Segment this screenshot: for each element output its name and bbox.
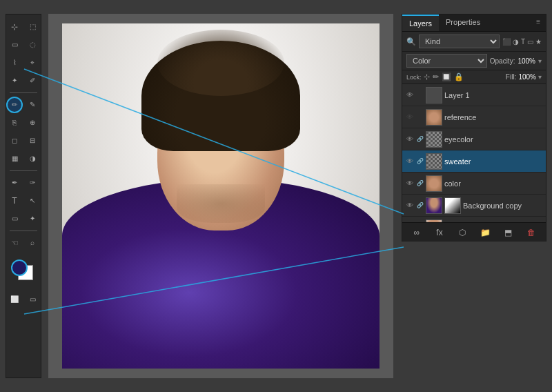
pixel-filter-icon[interactable]: ⬛ (502, 38, 511, 46)
panel-tabs: Layers Properties ≡ (402, 14, 546, 32)
brush-icon: ✏ (12, 101, 17, 108)
filter-icons: ⬛ ◑ T ▭ ★ (502, 38, 542, 46)
hair-highlight (157, 30, 284, 96)
lock-artboard-icon[interactable]: 🔲 (442, 72, 451, 81)
blend-mode-row: Color Opacity: 100% ▾ (402, 52, 546, 70)
quick-select-tool[interactable]: ✐ (24, 72, 41, 89)
tab-properties[interactable]: Properties (439, 14, 487, 31)
lock-icons: ⊹ ✏ 🔲 🔒 (424, 72, 464, 81)
move-tool[interactable]: ⊹ (6, 19, 23, 35)
hand-tool[interactable]: ☜ (6, 235, 23, 251)
marquee-ellipse-tool[interactable]: ◌ (24, 37, 41, 53)
lock-label: Lock: (406, 74, 422, 81)
pencil-tool[interactable]: ✎ (24, 97, 41, 113)
bucket-icon: ◑ (30, 155, 36, 162)
blend-mode-dropdown[interactable]: Color (406, 54, 487, 68)
zoom-tool[interactable]: ⌕ (24, 235, 41, 251)
lock-all-icon[interactable]: 🔒 (454, 72, 464, 81)
eraser-icon: ◻ (12, 137, 17, 144)
shape-tool[interactable]: ▭ (6, 210, 23, 227)
layer-thumbnail (426, 175, 442, 192)
type-filter-icon[interactable]: T (521, 38, 525, 46)
layer-visibility-eye[interactable]: 👁 (405, 179, 415, 188)
polygonal-lasso-tool[interactable]: ⌖ (24, 55, 41, 71)
quick-mask-icon: ⬜ (10, 296, 19, 303)
move-icon: ⊹ (11, 23, 18, 31)
bg-eraser-tool[interactable]: ⊟ (24, 133, 41, 149)
opacity-value[interactable]: 100% (518, 57, 535, 65)
color-boxes (8, 257, 39, 287)
type-tool[interactable]: T (6, 193, 23, 209)
wand-icon: ✦ (12, 77, 17, 84)
layer-thumbnail (426, 219, 442, 223)
layer-name: Background copy (463, 202, 543, 210)
new-group-button[interactable]: 📁 (479, 226, 493, 239)
lasso-tool[interactable]: ⌇ (6, 55, 23, 71)
add-mask-button[interactable]: ⬡ (455, 226, 469, 239)
pencil-icon: ✎ (30, 101, 35, 108)
layer-visibility-eye[interactable]: 👁 (405, 90, 415, 100)
layer-name: sweater (444, 157, 543, 166)
layer-row-selected[interactable]: 👁 🔗 sweater (402, 150, 546, 173)
layer-visibility-eye[interactable]: 👁 (405, 157, 415, 166)
shape-filter-icon[interactable]: ▭ (527, 38, 533, 46)
custom-shape-tool[interactable]: ✦ (24, 210, 41, 227)
layer-row[interactable]: 👁 Layer 1 (402, 84, 546, 106)
brush-tool[interactable]: ✏ (6, 97, 23, 113)
paint-bucket-tool[interactable]: ◑ (24, 150, 41, 167)
freeform-pen-icon: ✑ (30, 179, 35, 186)
healing-tool[interactable]: ⊕ (24, 115, 41, 131)
layer-row[interactable]: 👁 reference (402, 106, 546, 128)
marquee-rect-tool[interactable]: ▭ (6, 37, 23, 53)
divider-2 (10, 170, 37, 171)
adj-filter-icon[interactable]: ◑ (513, 38, 519, 46)
link-layers-button[interactable]: ∞ (410, 226, 424, 239)
gradient-tool[interactable]: ▦ (6, 150, 23, 167)
custom-shape-icon: ✦ (30, 215, 35, 222)
layer-link-icon (417, 112, 424, 122)
layer-name: Layer 1 (444, 91, 543, 99)
lock-position-icon[interactable]: ⊹ (424, 72, 430, 81)
artboard-tool[interactable]: ⬚ (24, 19, 41, 35)
quick-select-icon: ✐ (30, 77, 35, 84)
quick-mask-tool[interactable]: ⬜ (6, 291, 23, 308)
layer-row[interactable]: 👁 🔗 Background copy (402, 195, 546, 217)
lock-image-icon[interactable]: ✏ (433, 72, 439, 81)
beard-area (177, 184, 266, 223)
fill-value[interactable]: 100% (518, 73, 536, 81)
panel-bottom-bar: ∞ fx ⬡ 📁 ⬒ 🗑 (402, 222, 546, 242)
layer-fx-button[interactable]: fx (433, 226, 446, 239)
magic-wand-tool[interactable]: ✦ (6, 72, 23, 89)
layer-row[interactable]: 👁 🔗 color (402, 173, 546, 195)
clone-stamp-tool[interactable]: ⎘ (6, 115, 23, 131)
delete-layer-button[interactable]: 🗑 (524, 226, 538, 239)
tab-layers[interactable]: Layers (402, 14, 439, 31)
layer-thumbnail (426, 87, 442, 104)
opacity-label: Opacity: (490, 57, 515, 65)
layer-thumbnail (426, 153, 442, 170)
layer-thumbnail (426, 109, 442, 126)
canvas-image[interactable] (62, 23, 379, 369)
foreground-color-swatch[interactable] (11, 259, 28, 276)
layer-visibility-eye[interactable]: 👁 (405, 201, 415, 210)
lock-row: Lock: ⊹ ✏ 🔲 🔒 Fill: 100% ▾ (402, 70, 546, 84)
new-layer-button[interactable]: ⬒ (502, 226, 515, 239)
layer-row[interactable]: 👁 🔗 eyecolor (402, 128, 546, 150)
screen-mode-tool[interactable]: ▭ (24, 291, 41, 308)
smart-filter-icon[interactable]: ★ (535, 38, 542, 46)
panel-close-button[interactable]: ≡ (531, 14, 546, 31)
layer-visibility-eye[interactable]: 👁 (405, 112, 415, 122)
portrait-background (62, 23, 379, 369)
path-selection-tool[interactable]: ↖ (24, 193, 41, 209)
eraser-tool[interactable]: ◻ (6, 133, 23, 149)
layer-row[interactable]: 👁 Background 🔒 (402, 217, 546, 222)
artboard-icon: ⬚ (30, 23, 36, 30)
freeform-pen-tool[interactable]: ✑ (24, 175, 41, 191)
divider-3 (10, 231, 37, 231)
filter-dropdown[interactable]: Kind (419, 35, 500, 48)
pen-tool[interactable]: ✒ (6, 175, 23, 191)
layers-list: 👁 Layer 1 👁 reference 👁 🔗 eyecolor 👁 🔗 s… (402, 84, 546, 222)
bg-eraser-icon: ⊟ (30, 137, 35, 144)
layer-visibility-eye[interactable]: 👁 (405, 135, 415, 144)
pen-icon: ✒ (12, 179, 17, 186)
